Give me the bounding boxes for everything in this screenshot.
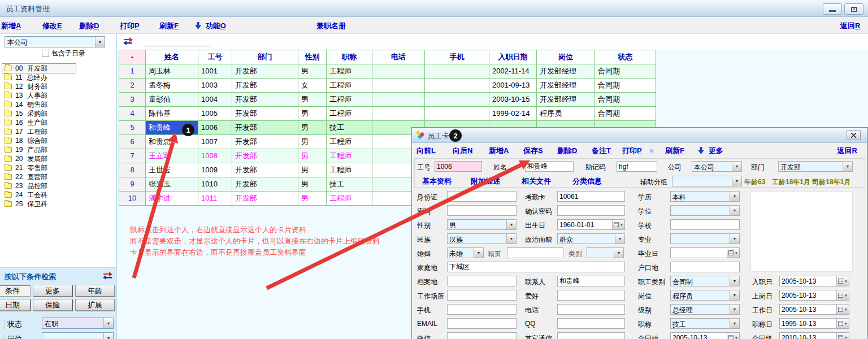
cell-mobile[interactable] (425, 64, 489, 79)
card-note-button[interactable]: 备注T (592, 146, 611, 156)
cell-name[interactable]: 和贵峰 (146, 121, 198, 135)
card-refresh-button[interactable]: 刷新F (665, 146, 684, 156)
include-subdirectory-checkbox[interactable] (42, 50, 49, 57)
chevron-down-icon[interactable]: ▼ (730, 206, 739, 215)
chevron-down-icon[interactable]: ▼ (103, 318, 113, 328)
menu-parttime-roster[interactable]: 兼职名册 (316, 21, 346, 31)
confirm-password-input[interactable] (557, 205, 625, 216)
tree-item[interactable]: 14 销售部 (2, 100, 115, 109)
ethnicity-combo[interactable]: 汉族▼ (447, 233, 517, 244)
cell-post[interactable]: 开发部经理 (537, 79, 595, 93)
chevron-down-icon[interactable]: ▼ (506, 220, 516, 229)
cell-post[interactable]: 开发部经理 (537, 93, 595, 107)
cell-title[interactable]: 工程师 (327, 64, 372, 79)
marriage-combo[interactable]: 未婚▼ (447, 247, 484, 258)
cell-phone[interactable] (372, 93, 425, 107)
empno-input[interactable] (435, 161, 482, 172)
condition-button[interactable]: 条件 (0, 285, 31, 297)
cell-status[interactable]: 合同期 (595, 107, 656, 121)
chevron-down-icon[interactable]: ▼ (506, 234, 516, 244)
cell-mobile[interactable] (425, 107, 489, 121)
chevron-down-icon[interactable]: ▼ (730, 319, 739, 328)
col-header-title[interactable]: 职称 (327, 50, 372, 64)
col-header-mobile[interactable]: 手机 (425, 50, 489, 64)
tab-extra-desc[interactable]: 附加描述 (471, 176, 500, 186)
card-save-button[interactable]: 保存S (523, 146, 543, 156)
menu-function[interactable]: 功能O (195, 21, 226, 31)
political-combo[interactable]: 群众▼ (557, 233, 625, 244)
phone-input[interactable] (557, 304, 625, 315)
native-place-input[interactable] (507, 247, 563, 258)
cell-dept[interactable]: 开发部 (232, 79, 298, 93)
chevron-down-icon[interactable]: ▼ (474, 248, 483, 258)
education-combo[interactable]: 本科▼ (670, 191, 740, 202)
menu-edit[interactable]: 修改E (42, 21, 62, 31)
tree-item[interactable]: 25 保卫科 (2, 199, 115, 208)
cell-name[interactable]: 和贵忠 (146, 135, 198, 149)
cell-id[interactable]: 1003 (198, 79, 232, 93)
age-button[interactable]: 年龄 (75, 285, 115, 297)
cell-sex[interactable]: 女 (298, 79, 327, 93)
title-date-field[interactable]: 1995-10-13▼ (779, 318, 849, 329)
tree-item[interactable]: 23 品控部 (2, 181, 115, 190)
table-row[interactable]: 1 周玉林 1001 开发部 男 工程师 2002-11-14 开发部经理 合同… (119, 64, 656, 79)
cell-sex[interactable]: 男 (298, 64, 327, 79)
cell-dept[interactable]: 开发部 (232, 64, 298, 79)
contact-input[interactable] (557, 276, 625, 286)
cell-dept[interactable]: 开发部 (232, 107, 298, 121)
password-input[interactable] (447, 205, 517, 216)
cell-mobile[interactable] (425, 93, 489, 107)
mobile-input[interactable] (447, 304, 517, 315)
cell-dept[interactable]: 开发部 (232, 163, 298, 177)
col-header-id[interactable]: 工号 (198, 50, 232, 64)
cell-title[interactable]: 工程师 (327, 79, 372, 93)
tree-item[interactable]: 20 发展部 (2, 154, 115, 163)
col-header-sex[interactable]: 性别 (298, 50, 327, 64)
major-combo[interactable]: ▼ (670, 233, 740, 244)
calendar-icon[interactable]: ▼ (836, 333, 849, 339)
hobby-input[interactable] (557, 290, 625, 301)
cell-id[interactable]: 1008 (198, 149, 232, 163)
menu-refresh[interactable]: 刷新F (159, 21, 179, 31)
qq-input[interactable] (557, 318, 625, 329)
quick-search-input[interactable] (145, 35, 211, 46)
company-combo[interactable]: 本公司▼ (692, 161, 742, 172)
cell-post[interactable]: 开发部经理 (537, 64, 595, 79)
maximize-button[interactable] (844, 3, 863, 15)
cell-status[interactable]: 合同期 (595, 79, 656, 93)
date-button[interactable]: 日期 (0, 299, 31, 311)
card-print-button[interactable]: 打印P (622, 146, 642, 156)
col-header-hiredate[interactable]: 入职日期 (489, 50, 537, 64)
chevron-down-icon[interactable]: ▼ (732, 162, 741, 171)
card-more-button[interactable]: 更多 (698, 146, 723, 156)
cell-hiredate[interactable]: 2002-11-14 (489, 64, 537, 79)
cell-phone[interactable] (372, 79, 425, 93)
cell-dept[interactable]: 开发部 (232, 93, 298, 107)
tree-item[interactable]: 18 综合部 (2, 136, 115, 145)
wechat-input[interactable] (447, 332, 517, 339)
cell-sex[interactable]: 男 (298, 121, 327, 135)
close-button[interactable] (847, 130, 861, 140)
cell-id[interactable]: 1005 (198, 107, 232, 121)
residence-input[interactable] (670, 262, 740, 272)
company-select[interactable]: 本公司 ▼ (5, 36, 105, 47)
col-header-status[interactable]: 状态 (595, 50, 656, 64)
chevron-down-icon[interactable]: ▼ (730, 305, 739, 314)
chevron-down-icon[interactable]: ▼ (614, 248, 623, 258)
cell-id[interactable]: 1001 (198, 64, 232, 79)
cell-id[interactable]: 1011 (198, 192, 232, 206)
more-chevrons-icon[interactable]: » (649, 146, 654, 155)
status-select[interactable]: 在职 ▼ (42, 318, 114, 329)
tree-item[interactable]: 19 产品部 (2, 145, 115, 154)
cell-phone[interactable] (372, 107, 425, 121)
name-input[interactable] (525, 161, 574, 172)
work-date-field[interactable]: 2005-10-13▼ (779, 304, 849, 315)
tree-item[interactable]: 24 工会科 (2, 190, 115, 199)
extend-button[interactable]: 扩展 (75, 299, 115, 311)
tree-item[interactable]: 00 开发部 (2, 64, 76, 73)
cell-hiredate[interactable]: 2001-09-13 (489, 79, 537, 93)
cell-sex[interactable]: 男 (298, 192, 327, 206)
cell-dept[interactable]: 开发部 (232, 177, 298, 192)
cell-hiredate[interactable]: 1999-02-14 (489, 107, 537, 121)
onboard-date-field[interactable]: 2005-10-13▼ (779, 290, 849, 301)
